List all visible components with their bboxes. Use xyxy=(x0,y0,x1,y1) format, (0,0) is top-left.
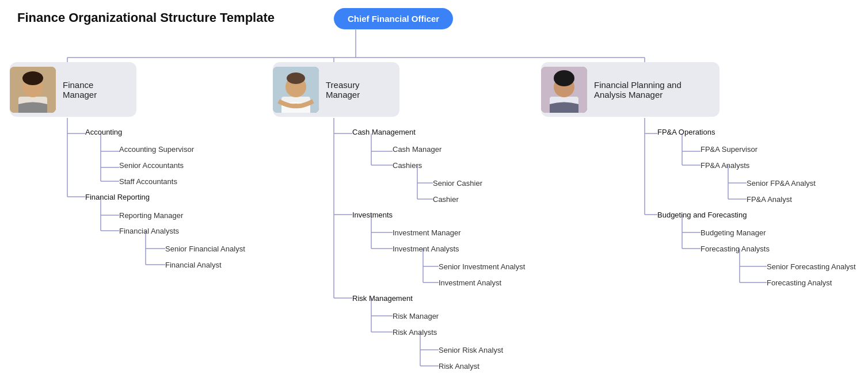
fpa-operations-node: FP&A Operations xyxy=(657,128,715,136)
forecasting-analyst-node: Forecasting Analyst xyxy=(767,278,832,287)
fpa-analysts-node: FP&A Analysts xyxy=(701,161,749,170)
senior-risk-analyst-node: Senior Risk Analyst xyxy=(439,346,503,354)
investments-node: Investments xyxy=(352,211,393,219)
cash-management-node: Cash Management xyxy=(352,128,416,136)
senior-financial-analyst-node: Senior Financial Analyst xyxy=(165,245,245,253)
fpa-supervisor-node: FP&A Supervisor xyxy=(701,145,757,154)
risk-analysts-node: Risk Analysts xyxy=(393,328,437,337)
treasury-manager-avatar xyxy=(273,67,319,113)
senior-investment-analyst-node: Senior Investment Analyst xyxy=(439,262,525,271)
risk-manager-node: Risk Manager xyxy=(393,312,439,320)
accounting-supervisor-node: Accounting Supervisor xyxy=(119,145,194,154)
staff-accountants-node: Staff Accountants xyxy=(119,177,177,186)
senior-accountants-node: Senior Accountants xyxy=(119,161,184,170)
svg-point-66 xyxy=(554,70,574,86)
finance-manager-avatar xyxy=(10,67,56,113)
financial-analyst-node: Financial Analyst xyxy=(165,261,222,269)
financial-analysts-node: Financial Analysts xyxy=(119,227,179,235)
investment-analysts-node: Investment Analysts xyxy=(393,245,459,253)
fpa-manager-card: Financial Planning and Analysis Manager xyxy=(541,62,719,117)
senior-fpa-analyst-node: Senior FP&A Analyst xyxy=(747,179,816,188)
svg-point-58 xyxy=(22,71,43,85)
senior-forecasting-analyst-node: Senior Forecasting Analyst xyxy=(767,262,856,271)
investment-analyst-node: Investment Analyst xyxy=(439,278,501,287)
budgeting-manager-node: Budgeting Manager xyxy=(701,228,766,237)
finance-manager-name: Finance Manager xyxy=(63,80,127,100)
cashier-node: Cashier xyxy=(433,195,459,204)
senior-cashier-node: Senior Cashier xyxy=(433,179,482,188)
treasury-manager-name: Treasury Manager xyxy=(326,80,390,100)
forecasting-analysts-node: Forecasting Analysts xyxy=(701,245,770,253)
accounting-node: Accounting xyxy=(85,128,122,136)
risk-analyst-node: Risk Analyst xyxy=(439,362,479,371)
finance-manager-card: Finance Manager xyxy=(10,62,136,117)
cash-manager-node: Cash Manager xyxy=(393,145,441,154)
org-lines xyxy=(0,0,868,378)
cfo-button[interactable]: Chief Financial Officer xyxy=(334,8,453,29)
fpa-analyst-node: FP&A Analyst xyxy=(747,195,792,204)
svg-point-62 xyxy=(287,72,305,84)
investment-manager-node: Investment Manager xyxy=(393,228,461,237)
financial-reporting-node: Financial Reporting xyxy=(85,193,150,201)
risk-management-node: Risk Management xyxy=(352,294,413,303)
treasury-manager-card: Treasury Manager xyxy=(273,62,399,117)
page-title: Finance Organizational Structure Templat… xyxy=(17,10,275,25)
fpa-manager-avatar xyxy=(541,67,587,113)
cashiers-node: Cashiers xyxy=(393,161,422,170)
budgeting-forecasting-node: Budgeting and Forecasting xyxy=(657,211,747,219)
reporting-manager-node: Reporting Manager xyxy=(119,211,183,220)
fpa-manager-name: Financial Planning and Analysis Manager xyxy=(594,80,710,100)
